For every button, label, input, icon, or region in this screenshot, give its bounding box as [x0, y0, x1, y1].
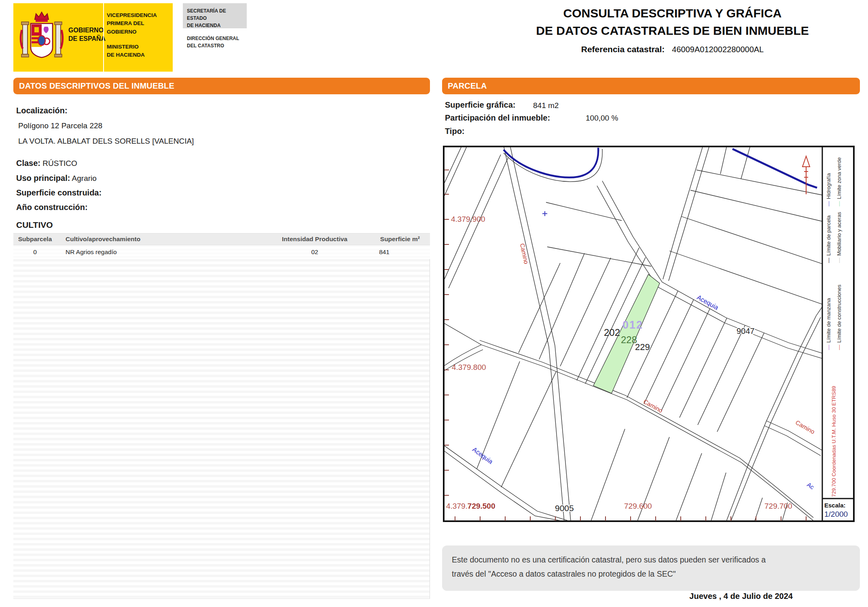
clase-value: RÚSTICO — [42, 159, 77, 168]
right-panel-header: PARCELA — [442, 78, 860, 94]
superficie-grafica-label: Superficie gráfica: — [445, 100, 516, 110]
legend-item-limite-construcciones: —Límite de construcciones — [836, 284, 842, 350]
col-subparcela: Subparcela — [13, 236, 57, 243]
left-panel-header: DATOS DESCRIPTIVOS DEL INMUEBLE — [13, 78, 430, 94]
uso-label: Uso principal: — [16, 174, 70, 183]
cultivo-table-header: Subparcela Cultivo/aprovechamiento Inten… — [13, 233, 430, 245]
map-border — [444, 146, 854, 521]
localizacion-label: Localización: — [16, 106, 68, 115]
disclaimer-box: Este documento no es una certificación c… — [442, 545, 860, 591]
direccion-general-text: DIRECCIÓN GENERAL DEL CATASTRO — [187, 35, 248, 49]
uso-field: Uso principal: Agrario — [16, 174, 97, 183]
cell-superficie: 841 — [365, 248, 430, 256]
legend-item-mobiliario: —Mobiliario y aceras — [836, 212, 842, 263]
cell-cultivo: NR Agrios regadío — [57, 248, 264, 256]
participacion-value: 100,00 % — [586, 114, 618, 123]
coord-label-729700: 729.700 — [764, 502, 792, 510]
document-title: CONSULTA DESCRIPTIVA Y GRÁFICA DE DATOS … — [481, 5, 864, 55]
parcel-label-9005[interactable]: 9005 — [555, 503, 574, 513]
legend-item-zona-verde: —Límite zona verde — [836, 157, 842, 206]
col-superficie: Superficie m² — [365, 236, 430, 243]
reference-value: 46009A012002280000AL — [672, 44, 764, 55]
document-date: Jueves , 4 de Julio de 2024 — [442, 592, 793, 601]
localizacion-line2: LA VOLTA. ALBALAT DELS SORELLS [VALENCIA… — [18, 137, 194, 146]
tipo-label: Tipo: — [445, 127, 465, 136]
uso-value: Agrario — [72, 174, 97, 183]
cell-intensidad: 02 — [264, 248, 365, 256]
coord-label-729600: 729.600 — [624, 502, 652, 510]
cadastral-map-svg: 4.379.900 4.379.800 4.379.729.500 729.60… — [443, 146, 855, 522]
coord-label-4379900: 4.379.900 — [451, 215, 485, 223]
superficie-construida-label: Superficie construida: — [16, 188, 102, 197]
spain-coat-of-arms-icon — [19, 9, 64, 66]
secretaria-box: SECRETARÍA DE ESTADO DE HACIENDA — [183, 3, 247, 28]
legend-crs-note: 729.700 Coordenadas U.T.M. Huso 30 ETRS8… — [831, 386, 837, 497]
sector-label-012: 012 — [622, 319, 643, 331]
parcel-label-202[interactable]: 202 — [604, 327, 620, 338]
title-line-2: DE DATOS CATASTRALES DE BIEN INMUEBLE — [481, 22, 864, 40]
legend-item-hidrografia: —Hidrografía — [826, 173, 832, 206]
cultivo-title: CULTIVO — [16, 220, 53, 230]
empty-table-rows-area — [13, 259, 430, 599]
scale-label: Escala: — [824, 502, 846, 509]
disclaimer-line2: través del "Acceso a datos catastrales n… — [452, 567, 850, 581]
parcel-label-229[interactable]: 229 — [635, 342, 650, 352]
anio-construccion-label: Año construcción: — [16, 203, 88, 212]
disclaimer-line1: Este documento no es una certificación c… — [452, 553, 850, 567]
legend-item-limite-manzana: —Límite de manzana — [826, 298, 832, 350]
cadastral-map[interactable]: 4.379.900 4.379.800 4.379.729.500 729.60… — [443, 146, 855, 522]
col-intensidad: Intensidad Productiva — [264, 236, 365, 243]
clase-field: Clase: RÚSTICO — [16, 159, 77, 168]
title-line-1: CONSULTA DESCRIPTIVA Y GRÁFICA — [481, 5, 864, 22]
participacion-label: Participación del inmueble: — [445, 113, 550, 123]
scale-value: 1/2000 — [824, 510, 848, 518]
superficie-grafica-value: 841 m2 — [533, 101, 559, 110]
ministerio-text: MINISTERIO DE HACIENDA — [107, 43, 171, 59]
col-cultivo: Cultivo/aprovechamiento — [57, 236, 264, 243]
logo-divider — [103, 3, 104, 72]
cadastral-document: GOBIERNO DE ESPAÑA VICEPRESIDENCIA PRIME… — [0, 0, 868, 607]
coord-label-4379800: 4.379.800 — [452, 363, 486, 371]
cultivo-table-row: 0 NR Agrios regadío 02 841 — [13, 245, 430, 259]
clase-label: Clase: — [16, 159, 40, 168]
localizacion-line1: Polígono 12 Parcela 228 — [18, 121, 102, 130]
parcel-label-9047[interactable]: 9047 — [737, 327, 755, 335]
cadastral-reference: Referencia catastral: 46009A012002280000… — [481, 43, 864, 55]
legend-item-limite-parcela: —Límite de parcela — [826, 215, 832, 263]
cell-subparcela: 0 — [13, 248, 57, 256]
vicepresidencia-text: VICEPRESIDENCIA PRIMERA DEL GOBIERNO — [107, 11, 171, 36]
coord-label-729500: 4.379.729.500 — [446, 502, 495, 510]
reference-label: Referencia catastral: — [581, 43, 665, 55]
